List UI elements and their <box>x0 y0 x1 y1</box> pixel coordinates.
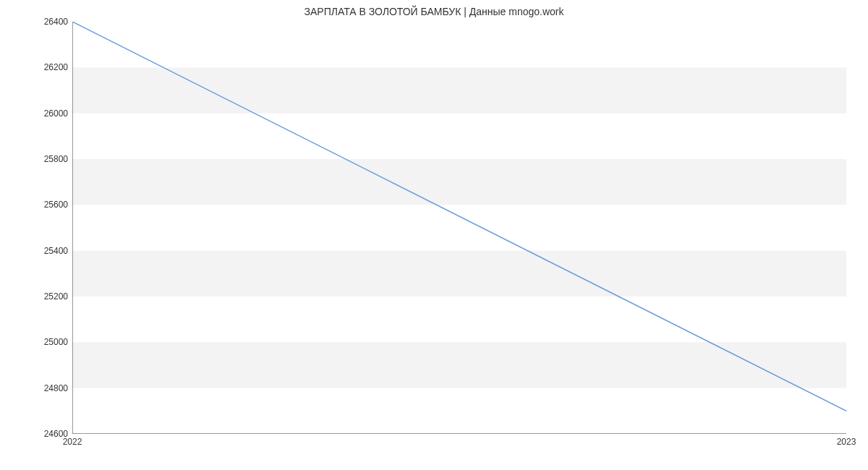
y-tick-label: 25800 <box>44 154 68 164</box>
chart-container: ЗАРПЛАТА В ЗОЛОТОЙ БАМБУК | Данные mnogo… <box>0 0 868 470</box>
y-tick-label: 26000 <box>44 108 68 119</box>
grid-band <box>72 342 846 388</box>
grid-bands <box>72 67 846 388</box>
y-tick-label: 25000 <box>44 337 68 347</box>
grid-band <box>72 159 846 205</box>
y-tick-label: 26400 <box>44 17 68 27</box>
y-tick-label: 25200 <box>44 291 68 302</box>
y-tick-label: 26200 <box>44 62 68 72</box>
y-tick-label: 25600 <box>44 200 68 210</box>
grid-band <box>72 67 846 113</box>
grid-band <box>72 251 846 296</box>
y-tick-label: 24800 <box>44 383 68 393</box>
chart-title: ЗАРПЛАТА В ЗОЛОТОЙ БАМБУК | Данные mnogo… <box>0 6 868 17</box>
x-tick-label: 2022 <box>63 437 82 447</box>
x-tick-label: 2023 <box>837 437 856 447</box>
y-tick-label: 25400 <box>44 246 68 256</box>
plot-area <box>72 22 846 434</box>
